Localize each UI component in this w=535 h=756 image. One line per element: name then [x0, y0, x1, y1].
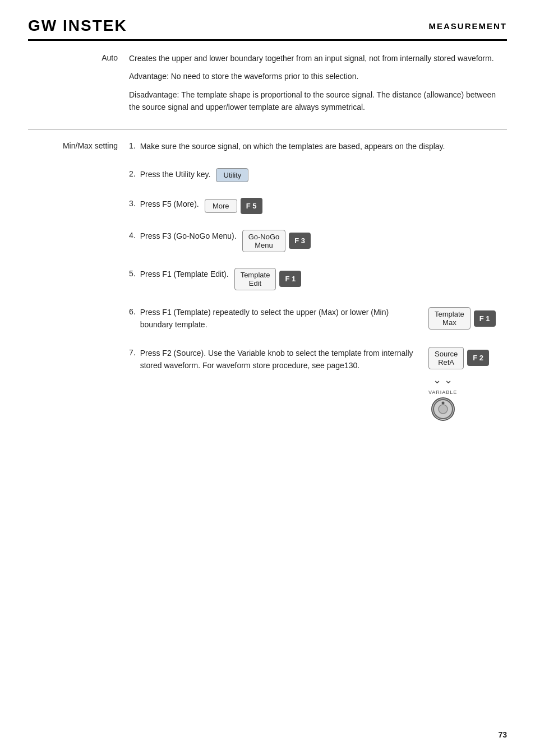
- step-6-content: Press F1 (Template) repeatedly to select…: [140, 306, 428, 331]
- step-2-inner: 2. Press the Utility key. Utility: [129, 168, 294, 182]
- f1-key-edit[interactable]: F 1: [279, 271, 301, 287]
- step-3-content: Press F5 (More).: [140, 198, 205, 214]
- step-row-2: 2. Press the Utility key. Utility: [28, 168, 507, 182]
- step-6-number: 6.: [129, 306, 136, 331]
- f5-key[interactable]: F 5: [241, 198, 262, 214]
- page: GW INSTEK MEASUREMENT Auto Creates the u…: [0, 0, 535, 756]
- step-3-empty-label: [28, 198, 129, 199]
- step-4-empty-label: [28, 230, 129, 231]
- auto-para-3: Disadvantage: The template shape is prop…: [129, 89, 507, 114]
- header: GW INSTEK MEASUREMENT: [28, 17, 507, 41]
- logo: GW INSTEK: [28, 17, 127, 35]
- auto-content: Creates the upper and lower boundary tog…: [129, 52, 507, 119]
- auto-para-1: Creates the upper and lower boundary tog…: [129, 52, 507, 64]
- step-3-icon-col: More F 5: [205, 198, 283, 214]
- step-2-empty-label: [28, 168, 129, 169]
- step-7-empty-label: [28, 347, 129, 348]
- step-2-number: 2.: [129, 168, 136, 182]
- step-4-inner: 4. Press F3 (Go-NoGo Menu). Go-NoGo Menu…: [129, 230, 321, 252]
- step-5-inner: 5. Press F1 (Template Edit). Template Ed…: [129, 268, 313, 290]
- step-7-inner: 7. Press F2 (Source). Use the Variable k…: [129, 347, 507, 421]
- step-4-content: Press F3 (Go-NoGo Menu).: [140, 230, 242, 252]
- step-4-icon-col: Go-NoGo Menu F 3: [242, 230, 321, 252]
- auto-para-2: Advantage: No need to store the waveform…: [129, 70, 507, 82]
- min-max-label: Min/Max setting: [28, 140, 129, 150]
- step-2-content: Press the Utility key.: [140, 168, 216, 182]
- step-row-3: 3. Press F5 (More). More F 5: [28, 198, 507, 214]
- step-7-content: Press F2 (Source). Use the Variable knob…: [140, 347, 428, 421]
- step-3-number: 3.: [129, 198, 136, 214]
- auto-label: Auto: [28, 52, 129, 119]
- variable-arrows: ⌄ ⌄: [433, 374, 453, 386]
- step-2-icon-col: Utility: [216, 168, 294, 182]
- step-5-icon-col: Template Edit F 1: [234, 268, 313, 290]
- step-row-4: 4. Press F3 (Go-NoGo Menu). Go-NoGo Menu…: [28, 230, 507, 252]
- step-7-icon-col: Source RefA F 2 ⌄ ⌄ VARIABLE: [428, 347, 507, 421]
- f3-key[interactable]: F 3: [289, 233, 311, 249]
- variable-knob[interactable]: [431, 397, 455, 421]
- f1-key-max[interactable]: F 1: [474, 310, 496, 327]
- step-row-7: 7. Press F2 (Source). Use the Variable k…: [28, 347, 507, 421]
- step-1-number: 1.: [129, 140, 136, 152]
- page-number: 73: [498, 730, 507, 739]
- steps-section: Min/Max setting 1. Make sure the source …: [28, 140, 507, 437]
- step-row-5: 5. Press F1 (Template Edit). Template Ed…: [28, 268, 507, 290]
- template-edit-button[interactable]: Template Edit: [234, 268, 276, 290]
- svg-point-2: [441, 401, 444, 404]
- svg-point-1: [439, 405, 448, 414]
- step-4-number: 4.: [129, 230, 136, 252]
- step-6-inner: 6. Press F1 (Template) repeatedly to sel…: [129, 306, 507, 331]
- auto-section: Auto Creates the upper and lower boundar…: [28, 52, 507, 130]
- step-5-number: 5.: [129, 268, 136, 290]
- variable-label: VARIABLE: [428, 389, 457, 395]
- step-6-icon-col: Template Max F 1: [428, 306, 507, 331]
- step-3-inner: 3. Press F5 (More). More F 5: [129, 198, 283, 214]
- header-title: MEASUREMENT: [428, 21, 507, 31]
- template-max-button[interactable]: Template Max: [428, 307, 471, 330]
- step-1-inner: 1. Make sure the source signal, on which…: [129, 140, 450, 152]
- step-7-number: 7.: [129, 347, 136, 421]
- step-row-1: Min/Max setting 1. Make sure the source …: [28, 140, 507, 152]
- more-button[interactable]: More: [205, 199, 237, 213]
- source-refa-button[interactable]: Source RefA: [428, 347, 464, 369]
- step-5-empty-label: [28, 268, 129, 269]
- variable-knob-section: ⌄ ⌄ VARIABLE: [428, 374, 457, 421]
- step-row-6: 6. Press F1 (Template) repeatedly to sel…: [28, 306, 507, 331]
- step-5-content: Press F1 (Template Edit).: [140, 268, 234, 290]
- step-6-empty-label: [28, 306, 129, 307]
- step-1-content: Make sure the source signal, on which th…: [140, 140, 451, 152]
- utility-button[interactable]: Utility: [216, 168, 248, 182]
- gonogo-button[interactable]: Go-NoGo Menu: [242, 230, 286, 252]
- f2-key[interactable]: F 2: [467, 350, 489, 366]
